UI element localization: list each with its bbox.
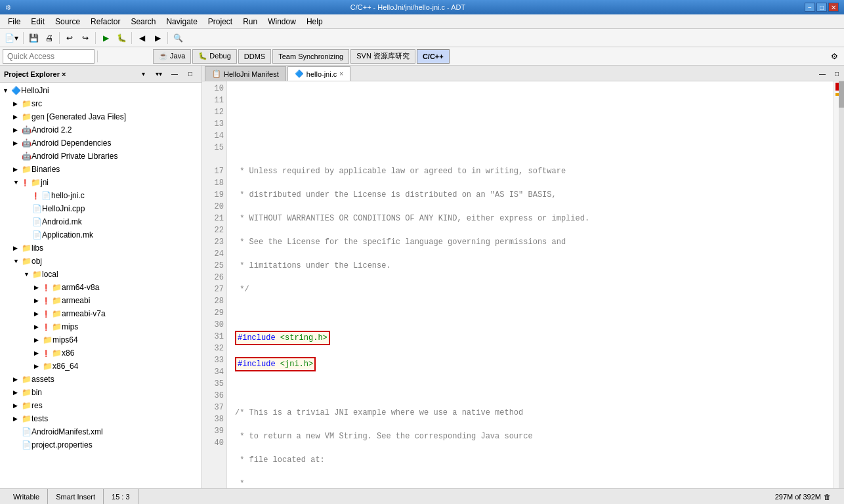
menu-navigate[interactable]: Navigate [161,16,202,28]
run-button[interactable]: ▶ [98,31,113,45]
code-line-13: * See the License for the specific langu… [235,236,831,248]
tree-item-x86-64[interactable]: ▶ 📁 x86_64 [0,360,201,373]
tree-item-app-mk[interactable]: 📄 Application.mk [0,228,201,242]
prev-edit-button[interactable]: ◀ [135,31,149,45]
menu-run[interactable]: Run [238,16,263,28]
tree-item-armeabi-v7a[interactable]: ▶ ❗ 📁 armeabi-v7a [0,307,201,320]
menu-source[interactable]: Source [50,16,85,28]
code-line-14: * limitations under the License. [235,260,831,272]
code-editor[interactable]: ❗ ❗ ❗ ❗ ❗ * Unless required by applicabl… [227,81,833,488]
tree-item-gen[interactable]: ▶ 📁 gen [Generated Java Files] [0,110,201,123]
cpp-file-icon: 📄 [32,204,42,213]
tree-item-android-priv[interactable]: 🤖 Android Private Libraries [0,150,201,163]
tree-label: x86_64 [53,362,78,371]
undo-button[interactable]: ↩ [62,31,77,45]
folder-icon: 📁 [21,112,32,121]
save-button[interactable]: 💾 [26,31,41,45]
editor-right-margin[interactable] [833,81,844,488]
maximize-button[interactable]: □ [816,3,827,12]
code-line-19 [235,383,831,395]
tree-item-android22[interactable]: ▶ 🤖 Android 2.2 [0,123,201,136]
perspective-java[interactable]: ☕ Java [153,49,191,64]
tree-item-hellojni[interactable]: ▼ 🔷 HelloJni [0,84,201,97]
menu-edit[interactable]: Edit [26,16,50,28]
redo-button[interactable]: ↪ [78,31,93,45]
status-position-label: 15 : 3 [112,493,130,501]
toolbar-2: ☕ Java 🐛 Debug DDMS Team Synchronizing S… [0,47,844,66]
minimize-button[interactable]: − [805,3,815,12]
tree-item-libs[interactable]: ▶ 📁 libs [0,242,201,255]
sidebar-menu-btn[interactable]: ▾▾ [152,67,166,81]
print-button[interactable]: 🖨 [42,31,56,45]
tree-item-jni[interactable]: ▼ ❗ 📁 jni [0,176,201,189]
scrollbar-track[interactable] [839,81,844,488]
menu-refactor[interactable]: Refactor [85,16,125,28]
tree-item-android-dep[interactable]: ▶ 🤖 Android Dependencies [0,136,201,150]
folder-icon: 📁 [42,362,53,371]
tree-item-manifest[interactable]: 📄 AndroidManifest.xml [0,425,201,438]
tree-item-assets[interactable]: ▶ 📁 assets [0,373,201,386]
scrollbar-thumb[interactable] [839,81,844,108]
next-edit-button[interactable]: ▶ [150,31,165,45]
tree-item-arm64[interactable]: ▶ ❗ 📁 arm64-v8a [0,281,201,294]
sidebar-maximize-btn[interactable]: □ [183,67,198,81]
error-icon: ❗ [42,324,50,331]
tree-label: Android Private Libraries [32,152,117,161]
tree-arrow: ▶ [13,415,21,422]
new-button[interactable]: 📄▾ [3,31,20,45]
tree-item-android-mk[interactable]: 📄 Android.mk [0,215,201,228]
menu-project[interactable]: Project [203,16,238,28]
tree-item-binaries[interactable]: ▶ 📁 Binaries [0,163,201,176]
folder-icon: 📁 [21,414,32,423]
tree-item-hellojni-cpp[interactable]: 📄 HelloJni.cpp [0,202,201,215]
tree-item-tests[interactable]: ▶ 📁 tests [0,412,201,425]
tree-arrow: ▼ [24,271,32,278]
status-mode-label: Writable [13,493,39,501]
editor-min-btn[interactable]: — [815,66,830,81]
tree-item-armeabi[interactable]: ▶ ❗ 📁 armeabi [0,294,201,307]
menu-file[interactable]: File [3,16,26,28]
toolbar-separator-5 [167,32,168,44]
tree-item-mips64[interactable]: ▶ 📁 mips64 [0,333,201,346]
tab-hello-jni-c[interactable]: 🔷 hello-jni.c × [287,66,350,81]
perspective-debug[interactable]: 🐛 Debug [192,49,236,64]
window-controls: − □ ✕ [805,3,839,12]
tree-item-obj[interactable]: ▼ 📁 obj [0,255,201,268]
tab-hellojni-manifest[interactable]: 📋 HelloJni Manifest [205,66,286,81]
perspective-ddms[interactable]: DDMS [238,49,271,64]
tree-item-src[interactable]: ▶ 📁 src [0,97,201,110]
perspective-svn[interactable]: SVN 资源库研究 [350,49,415,64]
perspective-cpp[interactable]: C/C++ [417,49,450,64]
perspective-team[interactable]: Team Synchronizing [272,49,349,64]
tree-item-local[interactable]: ▼ 📁 local [0,268,201,281]
close-button[interactable]: ✕ [828,3,839,12]
sidebar: Project Explorer × ▾ ▾▾ — □ ▼ 🔷 HelloJni… [0,66,202,488]
tree-item-hello-jni-c[interactable]: ❗ 📄 hello-jni.c [0,189,201,202]
editor-tabs: 📋 HelloJni Manifest 🔷 hello-jni.c × — □ [202,66,844,81]
tree-item-x86[interactable]: ▶ ❗ 📁 x86 [0,346,201,360]
sidebar-minimize-btn[interactable]: — [167,67,182,81]
tab-close-button[interactable]: × [339,70,343,77]
tab-icon: 📋 [212,70,221,78]
quick-access-input[interactable] [3,49,95,64]
tree-item-bin[interactable]: ▶ 📁 bin [0,386,201,399]
tree-item-res[interactable]: ▶ 📁 res [0,399,201,412]
menu-search[interactable]: Search [125,16,161,28]
tree-label: Binaries [32,165,60,174]
editor-max-btn[interactable]: □ [830,66,844,81]
perspective-config-button[interactable]: ⚙ [827,49,841,64]
menu-window[interactable]: Window [263,16,301,28]
debug-button[interactable]: 🐛 [114,31,129,45]
toolbar-1: 📄▾ 💾 🖨 ↩ ↪ ▶ 🐛 ◀ ▶ 🔍 [0,29,844,47]
code-line-17: #include <string.h> [235,331,831,345]
code-line-20: /* This is a trivial JNI example where w… [235,407,831,419]
gc-icon[interactable]: 🗑 [824,493,831,501]
folder-icon: 📁 [21,243,32,253]
sidebar-collapse-btn[interactable]: ▾ [136,67,150,81]
tree-item-mips[interactable]: ▶ ❗ 📁 mips [0,320,201,333]
search-button[interactable]: 🔍 [171,31,185,45]
tree-item-proj-props[interactable]: 📄 project.properties [0,438,201,452]
mk-file-icon-2: 📄 [32,230,42,240]
tree-label: Android Dependencies [32,138,111,148]
menu-help[interactable]: Help [301,16,328,28]
